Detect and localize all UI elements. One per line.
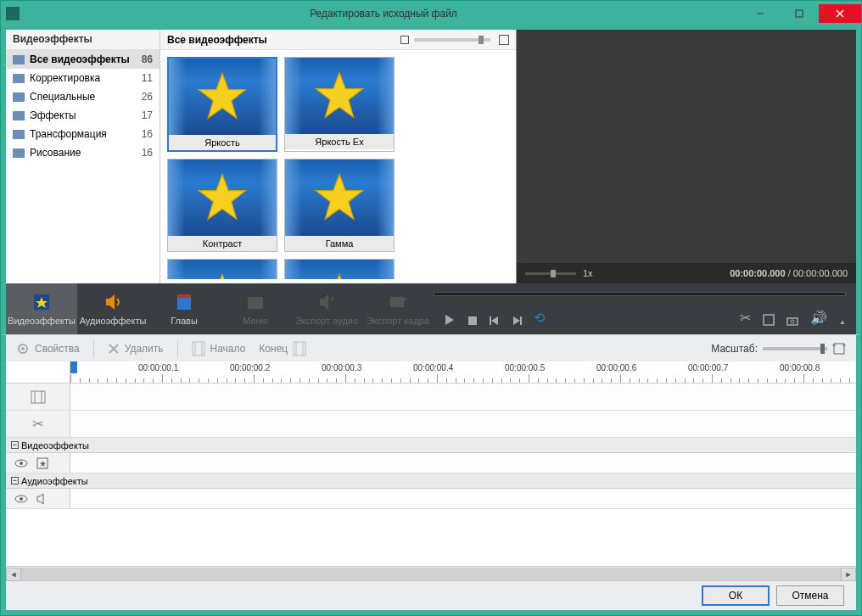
svg-marker-8	[199, 274, 245, 279]
scissors-icon: ✂	[32, 416, 43, 432]
svg-point-46	[20, 462, 23, 465]
sidebar-item[interactable]: Трансформация16	[6, 125, 160, 143]
effects-header-title: Все видеоэффекты	[167, 34, 267, 46]
effect-card[interactable]	[167, 259, 277, 279]
svg-marker-6	[199, 174, 245, 219]
playhead[interactable]	[70, 361, 77, 373]
tab-menu: Меню	[220, 283, 291, 334]
svg-marker-22	[491, 316, 498, 325]
zoom-slider[interactable]	[763, 347, 827, 350]
star-box-icon[interactable]: ★	[36, 457, 48, 469]
eye-icon[interactable]	[14, 458, 28, 468]
svg-rect-33	[193, 342, 204, 356]
tab-chapters[interactable]: Главы	[148, 283, 220, 334]
x-icon	[108, 343, 120, 355]
time-display: 00:00:00.000 / 00:00:00.000	[600, 268, 848, 278]
svg-marker-16	[320, 294, 328, 310]
effect-label: Яркость	[169, 135, 276, 150]
video-effects-section[interactable]: −Видеоэффекты	[6, 438, 856, 453]
start-marker-button[interactable]: Начало	[192, 341, 246, 356]
delete-button[interactable]: Удалить	[108, 343, 164, 355]
effects-grid: ЯркостьЯркость ExКонтрастГамма	[160, 50, 516, 279]
cut-track[interactable]: ✂	[6, 411, 856, 438]
maximize-button[interactable]	[780, 4, 819, 23]
svg-rect-21	[468, 316, 477, 325]
zoom-label: Масштаб:	[711, 343, 758, 355]
video-effects-track[interactable]: ★	[6, 453, 856, 473]
tab-export-frame: Экспорт кадра	[362, 283, 434, 334]
sidebar-item[interactable]: Рисование16	[6, 143, 160, 162]
svg-marker-12	[106, 294, 115, 310]
svg-marker-51	[37, 494, 43, 504]
effect-card[interactable]	[284, 259, 395, 279]
chapters-icon	[174, 292, 194, 312]
prev-button[interactable]	[490, 316, 500, 326]
fullscreen-icon[interactable]	[763, 314, 775, 326]
folder-icon	[13, 55, 25, 64]
svg-rect-42	[31, 391, 45, 403]
sidebar-item[interactable]: Эффекты17	[6, 106, 160, 125]
properties-button[interactable]: Свойства	[16, 342, 80, 356]
tab-video-effects[interactable]: Видеоэффекты	[6, 283, 77, 334]
minimize-button[interactable]	[741, 4, 780, 23]
sidebar-item[interactable]: Специальные26	[6, 87, 160, 106]
volume-dropdown-icon[interactable]: ▲	[839, 318, 846, 326]
sidebar-item[interactable]: Корректировка11	[6, 69, 160, 87]
cut-icon[interactable]: ✂	[740, 310, 751, 326]
snapshot-icon[interactable]	[786, 316, 798, 326]
speaker-icon[interactable]	[36, 493, 48, 505]
loop-button[interactable]: ⟲	[534, 310, 545, 326]
speed-label: 1x	[583, 268, 593, 278]
cancel-button[interactable]: Отмена	[776, 585, 844, 606]
effect-label: Контраст	[168, 236, 277, 251]
stop-button[interactable]	[467, 316, 478, 326]
menu-icon	[245, 292, 266, 312]
end-marker-button[interactable]: Конец	[259, 341, 306, 356]
preview-panel: 1x 00:00:00.000 / 00:00:00.000	[517, 30, 856, 283]
app-icon	[6, 7, 20, 20]
effect-card[interactable]: Яркость Ex	[284, 57, 395, 152]
next-button[interactable]	[512, 316, 522, 326]
timeline-ruler[interactable]: 00:00:00.100:00:00.200:00:00.300:00:00.4…	[70, 361, 856, 383]
effect-card[interactable]: Гамма	[284, 159, 395, 252]
thumb-size-slider[interactable]	[414, 38, 490, 42]
svg-rect-23	[490, 316, 491, 325]
folder-icon	[13, 92, 25, 102]
preview-screen	[517, 30, 856, 263]
thumb-large-icon[interactable]	[499, 35, 509, 45]
eye-icon[interactable]	[14, 494, 28, 504]
folder-icon	[13, 74, 25, 83]
close-button[interactable]	[819, 4, 861, 23]
folder-icon	[13, 148, 25, 158]
svg-marker-20	[445, 315, 454, 325]
timeline-scrollbar[interactable]: ◄ ►	[6, 566, 856, 581]
property-bar: Свойства Удалить Начало Конец Масштаб:	[1, 334, 861, 361]
svg-rect-15	[248, 297, 263, 309]
tab-audio-effects[interactable]: Аудиоэффекты	[77, 283, 148, 334]
svg-marker-9	[316, 274, 362, 279]
playback-progress[interactable]	[434, 292, 846, 296]
export-frame-icon	[388, 292, 408, 312]
svg-marker-24	[513, 316, 520, 325]
svg-point-30	[21, 347, 25, 350]
svg-rect-36	[294, 342, 305, 356]
effect-card[interactable]: Яркость	[167, 57, 277, 152]
svg-rect-18	[390, 297, 404, 307]
zoom-fit-icon[interactable]	[832, 342, 846, 356]
play-button[interactable]	[444, 314, 456, 326]
volume-icon[interactable]: 🔊	[810, 310, 827, 326]
ok-button[interactable]: ОК	[702, 585, 770, 606]
effect-card[interactable]: Контраст	[167, 159, 277, 252]
export-audio-icon	[316, 292, 337, 312]
sidebar-item[interactable]: Все видеоэффекты86	[6, 50, 160, 69]
svg-rect-1	[796, 10, 803, 17]
audio-effects-track[interactable]	[6, 489, 856, 509]
effects-sidebar: Видеоэффекты Все видеоэффекты86Корректир…	[6, 30, 160, 283]
svg-marker-7	[316, 174, 362, 219]
thumb-small-icon[interactable]	[400, 36, 409, 44]
svg-rect-25	[520, 316, 522, 325]
titlebar: Редактировать исходный файл	[1, 1, 861, 26]
speed-slider[interactable]	[525, 272, 576, 275]
audio-effects-section[interactable]: −Аудиоэффекты	[6, 473, 856, 489]
video-track[interactable]	[6, 384, 856, 411]
